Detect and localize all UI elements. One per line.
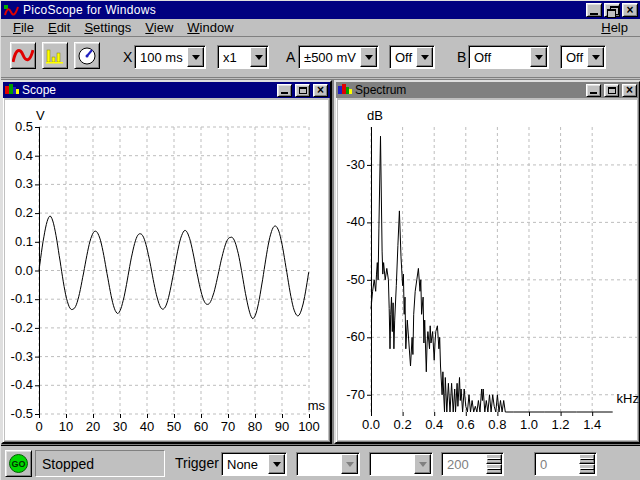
menu-item-view[interactable]: View — [138, 19, 180, 36]
svg-text:20: 20 — [86, 419, 100, 434]
svg-text:30: 30 — [113, 419, 127, 434]
arrow-down-icon — [487, 468, 501, 470]
menu-item-settings[interactable]: Settings — [77, 19, 138, 36]
spectrum-view-button[interactable] — [42, 42, 68, 69]
scope-window-icon — [5, 84, 19, 96]
spectrum-maximize-button[interactable] — [604, 84, 619, 97]
minimize-icon — [281, 92, 288, 94]
window-title: PicoScope for Windows — [23, 3, 584, 17]
dropdown-arrow[interactable] — [530, 47, 547, 67]
svg-text:10: 10 — [59, 419, 73, 434]
svg-text:-0.5: -0.5 — [11, 406, 33, 421]
svg-text:60: 60 — [194, 419, 208, 434]
meter-dial-icon — [77, 46, 97, 66]
spectrum-title: Spectrum — [355, 83, 583, 97]
chevron-down-icon — [592, 55, 600, 60]
dropdown-arrow[interactable] — [268, 454, 285, 474]
svg-text:0.2: 0.2 — [394, 417, 412, 432]
trigger-channel-select — [296, 452, 360, 476]
go-button[interactable]: GO — [5, 450, 32, 477]
bar-chart-icon — [45, 47, 65, 65]
chevron-down-icon — [419, 462, 427, 467]
svg-text:90: 90 — [275, 419, 289, 434]
spectrum-close-button[interactable]: × — [622, 84, 637, 97]
close-icon: × — [626, 5, 633, 15]
dropdown-arrow[interactable] — [587, 47, 604, 67]
svg-text:-0.1: -0.1 — [11, 291, 33, 306]
channel-b-range-select[interactable]: Off — [468, 45, 549, 69]
svg-text:kHz: kHz — [617, 391, 639, 406]
svg-text:-40: -40 — [346, 214, 365, 229]
svg-text:40: 40 — [140, 419, 154, 434]
trigger-direction-select — [369, 452, 433, 476]
svg-text:0.0: 0.0 — [15, 263, 33, 278]
restore-button[interactable] — [604, 3, 620, 17]
channel-a-range-select[interactable]: ±500 mV — [298, 45, 379, 69]
dropdown-arrow[interactable] — [360, 47, 377, 67]
scope-maximize-button[interactable] — [295, 84, 310, 97]
svg-text:-0.2: -0.2 — [11, 320, 33, 335]
menu-item-file[interactable]: File — [6, 19, 41, 36]
spin-up-button[interactable] — [486, 454, 502, 464]
spin-down-button[interactable] — [486, 464, 502, 474]
svg-text:80: 80 — [248, 419, 262, 434]
svg-text:-0.3: -0.3 — [11, 349, 33, 364]
channel-b-mode-select[interactable]: Off — [560, 45, 606, 69]
close-icon: × — [626, 85, 633, 95]
go-icon: GO — [9, 454, 28, 473]
trigger-threshold-spinner: 200 — [441, 452, 504, 476]
dropdown-arrow — [341, 454, 358, 474]
svg-text:-60: -60 — [346, 329, 365, 344]
trigger-delay-spinner: 0 — [534, 452, 597, 476]
channel-a-label: A — [286, 49, 295, 65]
svg-text:-50: -50 — [346, 272, 365, 287]
x-multiplier-select[interactable]: x1 — [217, 45, 269, 69]
meter-view-button[interactable] — [74, 42, 100, 69]
status-bar: GO Stopped Trigger None 200 0 — [1, 445, 640, 480]
dropdown-arrow[interactable] — [187, 47, 204, 67]
spin-up-button[interactable] — [579, 454, 595, 464]
scope-close-button[interactable]: × — [313, 84, 328, 97]
svg-text:V: V — [36, 108, 45, 123]
menu-item-help[interactable]: Help — [594, 19, 635, 36]
trigger-label: Trigger — [175, 455, 219, 471]
channel-b-label: B — [457, 49, 466, 65]
scope-chart: 0.50.40.30.20.10.0-0.1-0.2-0.3-0.4-0.501… — [5, 100, 332, 444]
title-bar[interactable]: PicoScope for Windows × — [1, 1, 640, 19]
scope-title: Scope — [22, 83, 274, 97]
minimize-button[interactable] — [586, 3, 602, 17]
spectrum-minimize-button[interactable] — [586, 84, 601, 97]
maximize-icon — [299, 87, 307, 94]
chevron-down-icon — [535, 55, 543, 60]
close-button[interactable]: × — [622, 3, 638, 17]
svg-text:0.0: 0.0 — [362, 417, 380, 432]
scope-minimize-button[interactable] — [277, 84, 292, 97]
svg-text:0: 0 — [35, 419, 42, 434]
timebase-select[interactable]: 100 ms — [134, 45, 206, 69]
scope-view-button[interactable] — [10, 42, 36, 69]
spin-down-button[interactable] — [579, 464, 595, 474]
chevron-down-icon — [273, 462, 281, 467]
menu-item-window[interactable]: Window — [180, 19, 240, 36]
trigger-mode-select[interactable]: None — [221, 452, 287, 476]
spectrum-title-bar[interactable]: Spectrum × — [336, 82, 639, 98]
arrow-up-icon — [580, 458, 594, 460]
app-icon — [3, 3, 19, 17]
channel-a-mode-select[interactable]: Off — [389, 45, 435, 69]
chevron-down-icon — [255, 55, 263, 60]
svg-text:ms: ms — [308, 398, 326, 413]
chevron-down-icon — [192, 55, 200, 60]
svg-text:1.2: 1.2 — [552, 417, 570, 432]
spectrum-window-icon — [338, 84, 352, 96]
dropdown-arrow[interactable] — [416, 47, 433, 67]
mdi-workspace: Scope × 0.50.40.30.20.10.0-0.1-0.2-0.3-0… — [1, 79, 640, 445]
scope-window: Scope × 0.50.40.30.20.10.0-0.1-0.2-0.3-0… — [1, 80, 332, 444]
menu-item-edit[interactable]: Edit — [41, 19, 77, 36]
chevron-down-icon — [365, 55, 373, 60]
svg-text:0.4: 0.4 — [15, 148, 33, 163]
svg-text:70: 70 — [221, 419, 235, 434]
dropdown-arrow[interactable] — [250, 47, 267, 67]
scope-title-bar[interactable]: Scope × — [3, 82, 330, 98]
svg-text:dB: dB — [367, 108, 383, 123]
menu-bar: File Edit Settings View Window Help — [1, 19, 640, 37]
